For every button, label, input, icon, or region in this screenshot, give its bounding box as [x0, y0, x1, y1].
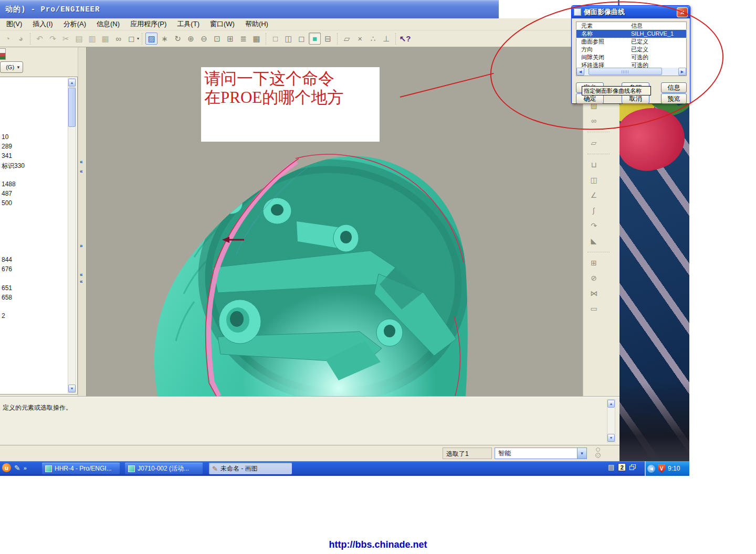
sash-collapse-icon[interactable]: « [80, 160, 83, 164]
info-button[interactable]: 信息 [661, 82, 687, 93]
frame-icon[interactable]: ◫ [587, 174, 600, 186]
find-icon[interactable]: ∞ [112, 33, 124, 45]
copy-icon[interactable]: ▤ [73, 33, 85, 45]
view-manager-icon[interactable]: ▦ [250, 33, 262, 45]
menu-insert[interactable]: 插入(I) [27, 18, 58, 30]
sash-collapse-icon[interactable]: « [80, 273, 83, 277]
scroll-left-icon[interactable]: ◀ [576, 68, 584, 76]
list-hscrollbar[interactable]: ◀ ▶ [576, 68, 686, 76]
paint-brush-icon[interactable]: ✎ [14, 464, 20, 472]
datum-csys-icon[interactable]: ⊥ [380, 33, 392, 45]
explode-icon[interactable]: ⊟ [322, 33, 334, 45]
refit-icon[interactable]: ⊡ [211, 33, 223, 45]
combo-arrow-icon[interactable]: ▼ [577, 448, 586, 459]
taskbar-task-proe1[interactable]: HHR-4 - Pro/ENGI... [42, 463, 120, 474]
flatten-icon[interactable]: ▭ [587, 302, 600, 315]
sash-collapse-icon[interactable]: « [80, 280, 83, 284]
menu-view[interactable]: 图(V) [1, 18, 27, 30]
menu-applications[interactable]: 应用程序(P) [125, 18, 172, 30]
filter-icon[interactable] [594, 447, 603, 460]
scrollbar-thumb[interactable] [68, 88, 76, 127]
offset-icon[interactable]: ▱ [587, 136, 600, 149]
regenerate-auto-icon[interactable]: ◕ [15, 33, 27, 45]
undo-icon[interactable]: ↶ [34, 33, 46, 45]
spin-center-icon[interactable]: ∗ [159, 33, 171, 45]
tree-filter-dropdown[interactable]: (G) ▼ [0, 61, 23, 73]
dialog-titlebar[interactable]: 侧面影像曲线 × [572, 6, 690, 18]
menu-analysis[interactable]: 分析(A) [58, 18, 91, 30]
element-row-gap-close[interactable]: 间隙关闭 可选的 [576, 54, 686, 61]
paste-special-icon[interactable]: ▦ [99, 33, 111, 45]
sash-expand-icon[interactable]: » [80, 244, 83, 248]
panel-sash[interactable]: « « » « « [78, 47, 87, 396]
menu-info[interactable]: 信息(N) [91, 18, 125, 30]
menu-tools[interactable]: 工具(T) [172, 18, 205, 30]
element-row-name[interactable]: 名称 SILH_CURVE_1 [576, 30, 686, 38]
no-hidden-icon[interactable]: ◻ [296, 33, 308, 45]
menu-help[interactable]: 帮助(H) [240, 18, 274, 30]
element-row-surface-ref[interactable]: 曲面参照 已定义 [576, 38, 686, 46]
zoom-out-icon[interactable]: ⊖ [198, 33, 210, 45]
tree-item[interactable]: 676 [2, 265, 12, 273]
scrollbar-thumb[interactable] [589, 68, 662, 75]
pattern-icon[interactable]: ⊘ [587, 272, 600, 284]
paste-icon[interactable]: ▥ [86, 33, 98, 45]
keyboard-icon[interactable]: ▤ [608, 463, 614, 471]
taskbar-task-proe2[interactable]: J0710-002 (活动... [125, 463, 203, 474]
scroll-down-icon[interactable]: ▼ [607, 434, 615, 442]
quick-launch-more-icon[interactable]: » [24, 465, 27, 471]
graphics-viewport[interactable]: 请问一下这个命令 在PROE的哪个地方 [87, 47, 583, 396]
tree-item[interactable]: 341 [2, 152, 12, 159]
merge-icon[interactable]: ⋈ [587, 287, 600, 300]
taskbar-task-paint[interactable]: ✎ 未命名 - 画图 [209, 463, 292, 474]
scroll-right-icon[interactable]: ▶ [678, 68, 686, 76]
redo-icon[interactable]: ↷ [47, 33, 59, 45]
tweak-icon[interactable]: ⊔ [587, 158, 600, 171]
window-titlebar[interactable]: 动的) - Pro/ENGINEER [0, 0, 499, 18]
element-row-direction[interactable]: 方向 已定义 [576, 46, 686, 54]
context-help-icon[interactable]: ↖? [399, 33, 411, 45]
tray-hide-icon[interactable]: ◀ [647, 465, 655, 473]
model-tree-tab-icon[interactable] [0, 48, 6, 60]
scroll-down-icon[interactable]: ▼ [68, 385, 76, 392]
extrude-icon[interactable]: ⊞ [587, 257, 600, 269]
ulead-logo-icon[interactable]: u [2, 463, 11, 472]
select-box-dropdown-icon[interactable]: ▾ [137, 36, 139, 41]
tree-item[interactable]: 500 [2, 199, 12, 207]
selection-filter-combo[interactable]: 智能 ▼ [495, 448, 587, 459]
scroll-up-icon[interactable]: ▲ [68, 79, 76, 87]
sash-collapse-icon[interactable]: « [80, 169, 83, 174]
input-method-badge[interactable]: 2 [618, 463, 626, 471]
tree-item[interactable]: 2 [2, 312, 5, 319]
message-scrollbar[interactable]: ▲ ▼ [607, 399, 615, 442]
datum-points-icon[interactable]: ∴ [367, 33, 379, 45]
tree-item[interactable]: 651 [2, 284, 12, 292]
tree-item[interactable]: 487 [2, 190, 12, 197]
tree-item[interactable]: 844 [2, 256, 12, 263]
tree-item[interactable]: 658 [2, 294, 12, 301]
datum-axes-icon[interactable]: × [354, 33, 366, 45]
regenerate-icon[interactable]: ◔ [2, 33, 14, 45]
bend-icon[interactable]: ↷ [587, 219, 600, 232]
shaded-icon[interactable]: ■ [309, 33, 321, 45]
close-icon[interactable]: × [677, 7, 688, 17]
antivirus-shield-icon[interactable]: V [658, 464, 665, 473]
restore-window-icon[interactable] [629, 464, 636, 471]
menu-window[interactable]: 窗口(W) [205, 18, 240, 30]
wireframe-icon[interactable]: □ [269, 33, 281, 45]
hidden-line-icon[interactable]: ◫ [282, 33, 295, 45]
element-list[interactable]: 元素 信息 名称 SILH_CURVE_1 曲面参照 已定义 方向 已定义 间隙… [576, 22, 687, 76]
datum-planes-icon[interactable]: ▱ [341, 33, 353, 45]
preview-button[interactable]: 预览 [661, 93, 687, 104]
blend-icon[interactable]: ∫ [587, 204, 600, 217]
model-tree-list[interactable]: 10 289 341 标识330 1488 487 500 844 676 65… [0, 77, 78, 395]
draft-icon[interactable]: ∠ [587, 189, 600, 201]
zoom-in-icon[interactable]: ⊕ [185, 33, 197, 45]
scroll-up-icon[interactable]: ▲ [607, 400, 615, 408]
chamfer-icon[interactable]: ◣ [587, 235, 600, 247]
tree-item[interactable]: 1488 [2, 180, 16, 188]
cut-icon[interactable]: ✂ [60, 33, 72, 45]
select-box-icon[interactable]: ◻ [125, 33, 138, 45]
tree-scrollbar[interactable]: ▲ ▼ [68, 78, 76, 393]
copy-geometry-icon[interactable]: ∞ [587, 114, 600, 127]
